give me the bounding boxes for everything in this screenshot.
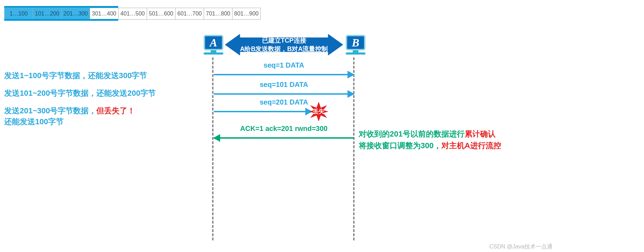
annotation-cumulative-ack: 累计确认 <box>465 130 496 138</box>
byte-cell: 1…100 <box>4 8 33 19</box>
annotation-loss-text: 但丢失了！ <box>96 106 135 115</box>
arrow-line <box>214 137 354 139</box>
arrow-right-icon <box>347 90 355 98</box>
host-a-icon: A <box>202 35 225 56</box>
byte-sequence-table: 1…100 101…200 201…300 301…400 401…500 50… <box>4 8 261 20</box>
watermark: CSDN @Java技术一点通 <box>489 243 553 251</box>
packet-loss-badge: 丢失 <box>309 102 329 121</box>
byte-cell: 301…400 <box>90 8 118 19</box>
send-annotation-2: 发送101~200号字节数据，还能发送200字节 <box>4 88 156 99</box>
arrow-line <box>214 93 354 95</box>
message-seq-101: seq=101 DATA <box>214 90 354 98</box>
annotation-text: 对收到的201号以前的数据进行 <box>359 130 465 138</box>
byte-cell: 201…300 <box>61 8 90 19</box>
message-label: seq=101 DATA <box>214 81 354 89</box>
byte-cell: 801…900 <box>232 8 261 19</box>
send-annotation-3: 发送201~300号字节数据，但丢失了！ 还能发送100字节 <box>4 106 135 127</box>
send-annotation-1: 发送1~100号字节数据，还能发送300字节 <box>4 70 147 81</box>
annotation-flow-control: 对主机A进行流控 <box>441 141 501 150</box>
send-window-bottom-bar <box>4 19 118 21</box>
monitor-base <box>346 52 365 55</box>
message-label: seq=201 DATA <box>214 98 354 106</box>
byte-cell: 101…200 <box>33 8 61 19</box>
arrow-line <box>214 111 312 112</box>
monitor-icon: B <box>346 35 365 50</box>
monitor-icon: A <box>204 35 223 50</box>
host-label: A <box>210 36 217 49</box>
arrow-left-icon <box>213 134 220 142</box>
loss-text: 丢失 <box>313 108 324 115</box>
arrow-right-icon <box>347 71 355 78</box>
byte-cell: 701…800 <box>204 8 232 19</box>
host-b-icon: B <box>344 35 368 56</box>
monitor-base <box>204 52 223 55</box>
annotation-text: 还能发送100字节 <box>4 117 64 126</box>
banner-title: 已建立TCP连接 <box>262 36 306 45</box>
byte-cell: 601…700 <box>175 8 204 19</box>
message-label: seq=1 DATA <box>214 61 354 69</box>
message-seq-1: seq=1 DATA <box>214 70 354 79</box>
ack-annotation: 对收到的201号以前的数据进行累计确认 将接收窗口调整为300，对主机A进行流控 <box>359 128 501 151</box>
message-ack: ACK=1 ack=201 rwnd=300 <box>214 134 354 142</box>
connection-banner: 已建立TCP连接 A给B发送数据，B对A流量控制 <box>225 33 343 56</box>
annotation-text: 发送201~300号字节数据， <box>4 106 96 115</box>
byte-cell: 401…500 <box>118 8 147 19</box>
message-seq-201-lost: seq=201 DATA <box>214 107 312 116</box>
message-label: ACK=1 ack=201 rwnd=300 <box>214 125 354 133</box>
arrow-line <box>214 74 354 75</box>
host-label: B <box>352 36 359 49</box>
timeline-host-a <box>212 57 213 240</box>
banner-subtitle: A给B发送数据，B对A流量控制 <box>240 45 328 53</box>
annotation-text: 将接收窗口调整为300， <box>359 141 441 150</box>
byte-cell: 501…600 <box>147 8 175 19</box>
